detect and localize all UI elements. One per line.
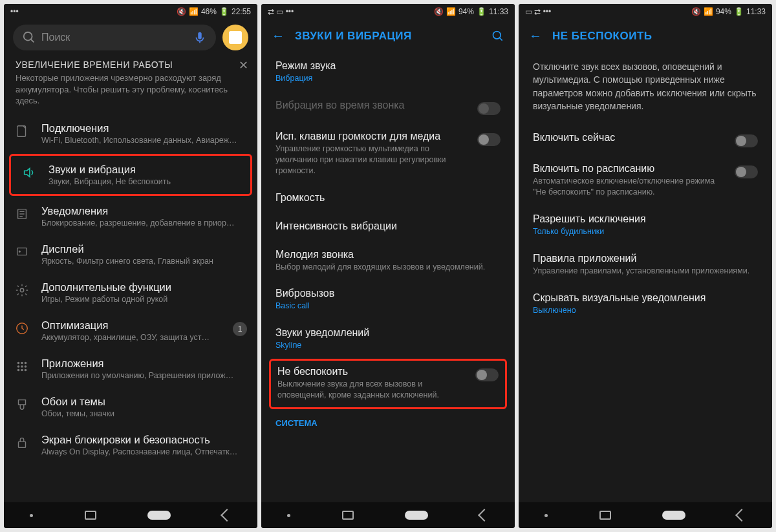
status-bar: ••• 🔇 📶 46% 🔋 22:55 [4, 4, 257, 19]
setting-sound-mode[interactable]: Режим звука Вибрация [261, 52, 515, 92]
item-advanced[interactable]: Дополнительные функцииИгры, Режим работы… [4, 273, 257, 312]
search-icon[interactable] [491, 30, 504, 43]
battery-icon: 🔋 [219, 7, 229, 16]
setting-app-rules[interactable]: Правила приложений Управление правилами,… [519, 245, 772, 284]
optimization-icon [14, 321, 30, 336]
wifi-icon: 📶 [704, 7, 713, 16]
toggle-switch[interactable] [735, 134, 758, 147]
setting-title: Исп. клавиш громкости для медиа [275, 131, 471, 142]
item-sub: Блокирование, разрешение, добавление в п… [41, 218, 247, 228]
item-sub: Игры, Режим работы одной рукой [41, 295, 247, 304]
clock-text: 11:33 [489, 7, 508, 16]
setting-title: Скрывать визуальные уведомления [533, 292, 758, 304]
setting-hide-visual[interactable]: Скрывать визуальные уведомления Выключен… [519, 284, 772, 324]
nav-bar [261, 502, 515, 528]
section-system: СИСТЕМА [261, 409, 515, 431]
setting-title: Вибрация во время звонка [275, 100, 471, 111]
avatar[interactable] [222, 25, 248, 50]
tip-title: УВЕЛИЧЕНИЕ ВРЕМЕНИ РАБОТЫ [16, 59, 246, 70]
search-row: Поиск [4, 19, 257, 56]
connections-icon [14, 123, 30, 139]
setting-turn-on-now[interactable]: Включить сейчас [519, 124, 772, 155]
setting-vibration-intensity[interactable]: Интенсивность вибрации [261, 213, 515, 241]
item-sub: Wi-Fi, Bluetooth, Использование данных, … [41, 136, 247, 145]
nav-home-button[interactable] [405, 511, 428, 520]
setting-title: Звуки уведомлений [275, 327, 501, 339]
nav-home-button[interactable] [147, 511, 171, 520]
settings-list: Режим звука Вибрация Вибрация во время з… [261, 52, 515, 502]
setting-vibrate-on-ring[interactable]: Вибрация во время звонка [261, 92, 515, 123]
nav-home-button[interactable] [662, 511, 685, 520]
item-wallpapers[interactable]: Обои и темыОбои, темы, значки [4, 388, 257, 426]
status-bar: ⇄ ▭ ••• 🔇 📶 94% 🔋 11:33 [261, 4, 515, 19]
nav-recent-button[interactable] [85, 511, 96, 520]
nav-back-button[interactable] [221, 509, 233, 522]
status-icons: ⇄ ▭ ••• [268, 7, 294, 16]
item-title: Дисплей [41, 243, 247, 255]
wifi-icon: 📶 [189, 7, 199, 16]
item-title: Экран блокировки и безопасность [41, 434, 247, 446]
item-title: Обои и темы [41, 396, 247, 408]
item-title: Дополнительные функции [41, 281, 247, 293]
item-sub: Обои, темы, значки [41, 409, 247, 418]
nav-back-button[interactable] [478, 509, 491, 522]
close-icon[interactable]: ✕ [239, 58, 248, 72]
setting-sub: Только будильники [533, 226, 758, 237]
header: ← НЕ БЕСПОКОИТЬ [519, 19, 772, 52]
setting-title: Интенсивность вибрации [275, 220, 501, 232]
setting-title: Мелодия звонка [275, 249, 501, 261]
search-input[interactable]: Поиск [13, 25, 216, 50]
item-apps[interactable]: ПриложенияПриложения по умолчанию, Разре… [4, 350, 257, 388]
svg-line-1 [31, 39, 34, 43]
item-optimization[interactable]: ОптимизацияАккумулятор, хранилище, ОЗУ, … [4, 312, 257, 350]
clock-text: 11:33 [746, 7, 766, 16]
setting-title: Вибровызов [275, 288, 501, 299]
back-arrow-icon[interactable]: ← [529, 28, 542, 43]
item-lockscreen[interactable]: Экран блокировки и безопасностьAlways On… [4, 426, 257, 464]
setting-schedule[interactable]: Включить по расписанию Автоматическое вк… [519, 155, 772, 206]
setting-sub: Управление громкостью мультимедиа по умо… [275, 144, 471, 176]
item-display[interactable]: ДисплейЯркость, Фильтр синего света, Гла… [4, 235, 257, 273]
phone-settings-main: ••• 🔇 📶 46% 🔋 22:55 Поиск УВЕЛИЧЕНИЕ ВРЕ… [4, 4, 257, 528]
svg-point-18 [17, 368, 20, 371]
setting-notification-sounds[interactable]: Звуки уведомлений Skyline [261, 319, 515, 359]
setting-media-volume-keys[interactable]: Исп. клавиш громкости для медиа Управлен… [261, 123, 515, 184]
toggle-switch[interactable] [735, 165, 758, 178]
battery-text: 94% [458, 7, 474, 16]
back-arrow-icon[interactable]: ← [272, 28, 285, 43]
nav-recent-button[interactable] [342, 511, 354, 520]
dnd-intro-text: Отключите звук всех вызовов, оповещений … [519, 52, 772, 124]
setting-ringtone[interactable]: Мелодия звонка Выбор мелодий для входящи… [261, 241, 515, 281]
setting-dnd[interactable]: Не беспокоить Выключение звука для всех … [269, 359, 507, 409]
brush-icon [14, 397, 30, 412]
clock-text: 22:55 [232, 7, 251, 16]
toggle-switch[interactable] [477, 102, 501, 115]
setting-volume[interactable]: Громкость [261, 184, 515, 213]
svg-point-0 [24, 32, 32, 41]
setting-sub: Выбор мелодий для входящих вызовов и уве… [275, 262, 501, 273]
item-title: Оптимизация [41, 319, 221, 332]
setting-allow-exceptions[interactable]: Разрешить исключения Только будильники [519, 206, 772, 245]
setting-sub: Skyline [275, 340, 501, 351]
battery-tip-card[interactable]: УВЕЛИЧЕНИЕ ВРЕМЕНИ РАБОТЫ Некоторые прил… [4, 56, 257, 114]
item-notifications[interactable]: УведомленияБлокирование, разрешение, доб… [4, 197, 257, 235]
nav-bar [519, 502, 772, 528]
item-connections[interactable]: ПодключенияWi-Fi, Bluetooth, Использован… [4, 114, 257, 153]
setting-vibration-pattern[interactable]: Вибровызов Basic call [261, 280, 515, 319]
nav-recent-button[interactable] [599, 511, 611, 520]
item-sounds-vibration[interactable]: Звуки и вибрацияЗвуки, Вибрация, Не бесп… [9, 154, 252, 196]
setting-title: Включить по расписанию [533, 163, 728, 175]
svg-point-22 [493, 31, 501, 39]
mic-icon[interactable] [193, 30, 207, 45]
toggle-switch[interactable] [475, 368, 499, 381]
nav-back-button[interactable] [735, 509, 748, 522]
svg-point-12 [17, 361, 20, 364]
status-notif-icon: ••• [10, 7, 19, 16]
tip-text: Некоторые приложения чрезмерно расходуют… [16, 72, 246, 107]
svg-point-19 [21, 368, 23, 371]
page-title: ЗВУКИ И ВИБРАЦИЯ [295, 30, 412, 43]
header: ← ЗВУКИ И ВИБРАЦИЯ [261, 19, 515, 52]
setting-title: Включить сейчас [533, 132, 728, 144]
svg-point-9 [19, 251, 20, 252]
toggle-switch[interactable] [477, 133, 501, 146]
